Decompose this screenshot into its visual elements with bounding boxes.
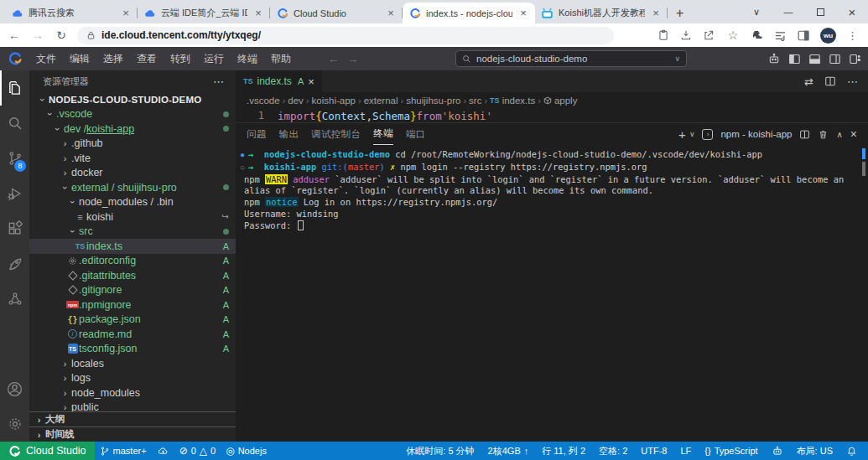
activitybar-rocket[interactable] bbox=[0, 246, 29, 282]
panel-tab-terminal[interactable]: 终端 bbox=[373, 123, 393, 145]
tree-item-docker[interactable]: › docker bbox=[29, 166, 236, 181]
toggle-panel-icon[interactable] bbox=[808, 53, 821, 65]
profile-avatar[interactable]: wu bbox=[820, 28, 836, 44]
address-bar[interactable]: ide.cloud.tencent.com/tty/ytxqeg/ bbox=[77, 27, 614, 44]
activitybar-run-debug[interactable] bbox=[0, 176, 29, 211]
notifications-status[interactable] bbox=[840, 446, 863, 457]
tree-item-index-ts[interactable]: TS index.ts A bbox=[29, 239, 236, 254]
assistant-status[interactable] bbox=[766, 445, 789, 457]
new-terminal-button[interactable]: + bbox=[678, 127, 686, 142]
indentation-status[interactable]: 空格: 2 bbox=[593, 445, 633, 457]
split-terminal-icon[interactable] bbox=[799, 129, 810, 140]
timeline-section-header[interactable]: › 时间线 bbox=[29, 426, 236, 442]
terminal[interactable]: ●→ nodejs-cloud-studio-demo cd /root/Rem… bbox=[236, 145, 868, 442]
close-icon[interactable]: × bbox=[120, 7, 132, 19]
reading-list-icon[interactable] bbox=[774, 30, 787, 41]
activitybar-explorer[interactable] bbox=[0, 70, 29, 106]
menu-selection[interactable]: 选择 bbox=[96, 47, 130, 70]
menu-file[interactable]: 文件 bbox=[29, 47, 63, 70]
environment-status[interactable]: ◎ Nodejs bbox=[221, 442, 272, 460]
nav-forward-icon[interactable]: → bbox=[347, 53, 358, 65]
compare-changes-icon[interactable]: ⇄ bbox=[804, 75, 813, 88]
clipboard-icon[interactable] bbox=[657, 29, 669, 41]
tree-item-node-modules-bin[interactable]: › node_modules / .bin bbox=[29, 195, 236, 210]
back-icon[interactable]: ← bbox=[7, 28, 22, 42]
refresh-icon[interactable]: ↻ bbox=[54, 28, 69, 42]
split-editor-icon[interactable] bbox=[824, 75, 836, 87]
close-icon[interactable]: × bbox=[308, 75, 314, 88]
tree-item-root[interactable]: › NODEJS-CLOUD-STUDIO-DEMO bbox=[29, 92, 236, 107]
tree-item-gitignore[interactable]: .gitignore A bbox=[29, 283, 236, 298]
tree-item-editorconfig[interactable]: .editorconfig A bbox=[29, 254, 236, 269]
tree-item-vite[interactable]: › .vite bbox=[29, 151, 236, 166]
tree-item-public[interactable]: › public bbox=[29, 401, 236, 412]
activitybar-search[interactable] bbox=[0, 106, 29, 141]
more-actions-icon[interactable]: ⋯ bbox=[213, 75, 224, 88]
activitybar-network[interactable] bbox=[0, 282, 29, 317]
new-tab-button[interactable]: + bbox=[668, 6, 692, 23]
menu-view[interactable]: 查看 bbox=[130, 47, 164, 70]
keyboard-layout-status[interactable]: 布局: US bbox=[791, 445, 839, 457]
panel-tab-output[interactable]: 输出 bbox=[279, 123, 299, 145]
activitybar-source-control[interactable]: 8 bbox=[0, 141, 29, 176]
download-icon[interactable] bbox=[680, 29, 692, 41]
panel-tab-problems[interactable]: 问题 bbox=[247, 123, 267, 145]
tree-item-gitattributes[interactable]: .gitattributes A bbox=[29, 268, 236, 283]
tree-item-readme-md[interactable]: i readme.md A bbox=[29, 327, 236, 342]
window-restore-button[interactable] bbox=[804, 0, 836, 23]
activitybar-extensions[interactable] bbox=[0, 211, 29, 246]
panel-tab-ports[interactable]: 端口 bbox=[406, 123, 426, 145]
encoding-status[interactable]: UTF-8 bbox=[635, 446, 673, 456]
tree-item-locales[interactable]: › locales bbox=[29, 356, 236, 371]
breadcrumb[interactable]: .vscode› dev› koishi-app› external› shui… bbox=[236, 92, 868, 109]
sync-changes-status[interactable] bbox=[152, 442, 174, 460]
tree-item-dev-koishi-app[interactable]: › dev / koishi-app bbox=[29, 121, 236, 137]
eol-status[interactable]: LF bbox=[674, 446, 697, 456]
share-icon[interactable] bbox=[703, 29, 715, 41]
more-actions-icon[interactable]: ⋯ bbox=[847, 75, 858, 88]
tree-item-package-json[interactable]: {} package.json A bbox=[29, 313, 236, 328]
tree-item-vscode[interactable]: › .vscode bbox=[29, 107, 236, 122]
browser-tab-koishi-tutorial[interactable]: Koishi机器人开发教程01 × bbox=[535, 3, 668, 23]
browser-tab-cloud-studio[interactable]: Cloud Studio × bbox=[270, 3, 403, 23]
forward-icon[interactable]: → bbox=[30, 28, 45, 42]
menu-terminal[interactable]: 终端 bbox=[231, 47, 264, 70]
close-icon[interactable]: × bbox=[252, 7, 264, 19]
outline-section-header[interactable]: › 大纲 bbox=[29, 411, 236, 426]
machine-spec-status[interactable]: 2核4GB ↑ bbox=[482, 445, 535, 457]
tree-item-logs[interactable]: › logs bbox=[29, 371, 236, 386]
chevron-down-icon[interactable]: ∨ bbox=[689, 130, 695, 138]
menu-edit[interactable]: 编辑 bbox=[63, 47, 96, 70]
menu-run[interactable]: 运行 bbox=[197, 47, 231, 70]
assistant-robot-icon[interactable] bbox=[767, 52, 781, 65]
git-branch-status[interactable]: master+ bbox=[95, 442, 152, 460]
close-panel-icon[interactable]: × bbox=[850, 127, 857, 141]
problems-status[interactable]: ⊘ 0 △ 0 bbox=[174, 442, 221, 460]
cursor-position-status[interactable]: 行 11, 列 2 bbox=[536, 445, 591, 457]
menu-help[interactable]: 帮助 bbox=[264, 47, 298, 70]
browser-tab-index-ts[interactable]: index.ts - nodejs-cloud × bbox=[403, 3, 535, 23]
close-icon[interactable]: × bbox=[650, 7, 662, 19]
remote-indicator[interactable]: Cloud Studio bbox=[0, 442, 95, 460]
tree-item-src[interactable]: › src bbox=[29, 225, 236, 240]
activitybar-settings[interactable] bbox=[0, 406, 29, 442]
window-chevron-icon[interactable]: ∨ bbox=[741, 0, 772, 23]
editor-tab-index-ts[interactable]: TS index.ts A × bbox=[236, 70, 322, 92]
tree-item-external-shuijihsu-pro[interactable]: › external / shuijihsu-pro bbox=[29, 180, 236, 195]
sleep-timer-status[interactable]: 休眠时间: 5 分钟 bbox=[400, 445, 480, 457]
window-minimize-button[interactable]: — bbox=[772, 0, 804, 23]
maximize-panel-icon[interactable]: ∧ bbox=[836, 130, 842, 139]
bookmark-star-icon[interactable]: ☆ bbox=[725, 28, 741, 42]
tree-item-npmignore[interactable]: npm .npmignore A bbox=[29, 297, 236, 313]
nav-back-icon[interactable]: ← bbox=[328, 53, 339, 65]
browser-tab-tencent-search[interactable]: 腾讯云搜索 × bbox=[5, 3, 138, 23]
panel-tab-debug-console[interactable]: 调试控制台 bbox=[311, 123, 361, 145]
side-panel-icon[interactable] bbox=[798, 30, 809, 41]
window-close-button[interactable]: × bbox=[836, 0, 868, 23]
command-search-input[interactable]: nodejs-cloud-studio-demo ∨ bbox=[455, 50, 687, 67]
trash-icon[interactable] bbox=[818, 129, 829, 140]
terminal-session-label[interactable]: npm - koishi-app bbox=[720, 129, 792, 139]
close-icon[interactable]: × bbox=[517, 7, 529, 19]
browser-menu-icon[interactable]: ⋮ bbox=[847, 29, 858, 42]
browser-tab-ide-intro[interactable]: 云端 IDE简介_云端 IDE购 × bbox=[138, 3, 270, 23]
